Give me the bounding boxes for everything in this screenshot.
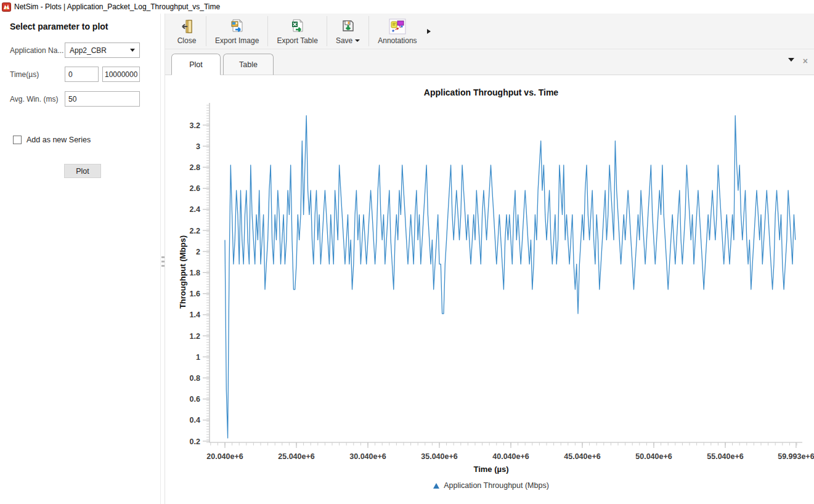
chevron-down-icon <box>130 49 135 52</box>
legend-label: Application Throughput (Mbps) <box>444 481 549 490</box>
toolbar-separator <box>206 16 206 46</box>
svg-text:50.040e+6: 50.040e+6 <box>635 452 672 461</box>
save-icon <box>340 18 356 35</box>
chart-title: Application Throughput vs. Time <box>165 87 814 97</box>
svg-text:0.8: 0.8 <box>190 374 200 383</box>
tab-plot[interactable]: Plot <box>171 54 221 75</box>
netsim-plots-window: NetSim - Plots | Application_Packet_Log_… <box>0 0 814 504</box>
annotations-icon <box>389 18 406 35</box>
x-axis-title: Time (µs) <box>165 465 814 474</box>
chart-panel: 0.20.40.60.811.21.41.61.822.22.42.62.833… <box>165 75 814 504</box>
y-axis-title: Throughput (Mbps) <box>178 177 187 368</box>
tab-close-icon[interactable]: × <box>803 58 808 64</box>
svg-text:59.993e+6: 59.993e+6 <box>778 452 814 461</box>
time-to-input[interactable] <box>102 67 140 82</box>
export-image-button[interactable]: Export Image <box>208 14 266 49</box>
export-table-icon <box>290 18 306 35</box>
window-titlebar: NetSim - Plots | Application_Packet_Log_… <box>0 0 814 14</box>
sidebar-header: Select parameter to plot <box>10 22 108 31</box>
chart-legend: Application Throughput (Mbps) <box>165 481 814 490</box>
close-button-label: Close <box>177 36 197 45</box>
add-series-checkbox[interactable] <box>13 136 22 144</box>
save-dropdown-caret-icon <box>355 39 360 42</box>
add-series-row: Add as new Series <box>13 136 91 144</box>
save-button[interactable]: Save <box>328 14 367 49</box>
throughput-plot: 0.20.40.60.811.21.41.61.822.22.42.62.833… <box>165 75 814 504</box>
svg-text:1.8: 1.8 <box>190 269 200 277</box>
svg-text:0.4: 0.4 <box>190 416 200 425</box>
window-title: NetSim - Plots | Application_Packet_Log_… <box>14 2 220 11</box>
annotations-button[interactable]: Annotations <box>370 14 424 49</box>
add-series-label: Add as new Series <box>26 136 91 144</box>
svg-text:30.040e+6: 30.040e+6 <box>349 452 386 461</box>
toolbar-separator <box>368 16 369 46</box>
view-tabstrip: Plot Table × <box>165 49 814 75</box>
export-image-icon <box>229 18 245 35</box>
close-door-icon <box>179 18 195 35</box>
application-name-label: Application Na... <box>10 46 63 55</box>
plot-toolbar: Close Export Image <box>165 14 814 49</box>
svg-text:20.040e+6: 20.040e+6 <box>206 452 243 461</box>
export-image-button-label: Export Image <box>215 36 259 45</box>
plot-button[interactable]: Plot <box>64 164 101 178</box>
svg-text:0.6: 0.6 <box>190 395 200 404</box>
export-table-button-label: Export Table <box>277 36 318 45</box>
svg-text:2.4: 2.4 <box>190 205 200 214</box>
parameter-sidebar: Select parameter to plot Application Na.… <box>0 14 160 504</box>
svg-text:1.2: 1.2 <box>190 332 200 341</box>
netsim-app-icon <box>2 2 11 12</box>
svg-text:0.2: 0.2 <box>190 437 200 446</box>
svg-text:1: 1 <box>196 353 200 362</box>
toolbar-overflow-arrow-icon[interactable] <box>427 29 431 34</box>
toolbar-separator <box>327 16 327 46</box>
close-button[interactable]: Close <box>169 14 205 49</box>
tab-list-dropdown-icon[interactable] <box>788 58 794 62</box>
legend-marker-icon <box>433 483 439 489</box>
svg-text:35.040e+6: 35.040e+6 <box>421 452 457 461</box>
svg-text:1.6: 1.6 <box>190 290 200 298</box>
splitter-grip-icon <box>161 256 165 267</box>
toolbar-separator <box>267 16 268 46</box>
svg-text:25.040e+6: 25.040e+6 <box>278 452 314 461</box>
time-from-input[interactable] <box>65 67 99 82</box>
application-name-select[interactable]: App2_CBR <box>65 43 140 58</box>
svg-text:2.2: 2.2 <box>190 227 200 235</box>
export-table-button[interactable]: Export Table <box>269 14 325 49</box>
svg-text:2: 2 <box>196 248 200 256</box>
application-name-value: App2_CBR <box>70 46 107 55</box>
svg-text:3.2: 3.2 <box>190 121 200 130</box>
panel-splitter[interactable] <box>160 14 165 504</box>
annotations-button-label: Annotations <box>378 36 417 45</box>
plot-workspace: Close Export Image <box>165 14 814 504</box>
avg-window-label: Avg. Win. (ms) <box>10 95 58 104</box>
svg-text:2.8: 2.8 <box>190 163 200 172</box>
svg-text:3: 3 <box>196 142 200 151</box>
time-label: Time(µs) <box>10 70 39 79</box>
save-button-label: Save <box>336 36 352 45</box>
throughput-line <box>225 116 796 438</box>
svg-text:55.040e+6: 55.040e+6 <box>707 452 743 461</box>
svg-text:2.6: 2.6 <box>190 184 200 193</box>
avg-window-input[interactable] <box>65 91 140 107</box>
svg-text:1.4: 1.4 <box>190 311 200 319</box>
svg-text:40.040e+6: 40.040e+6 <box>492 452 529 461</box>
svg-text:45.040e+6: 45.040e+6 <box>564 452 600 461</box>
tab-table[interactable]: Table <box>223 54 274 75</box>
